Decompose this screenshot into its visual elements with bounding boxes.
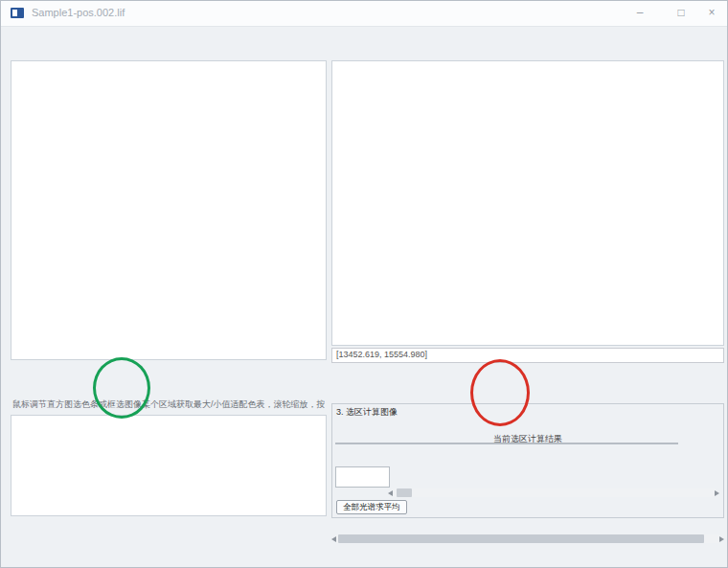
scroll-right-arrow[interactable] xyxy=(719,536,724,542)
scrollbar-track[interactable] xyxy=(336,534,719,543)
scrollbar-thumb[interactable] xyxy=(338,534,704,543)
maximize-button[interactable]: □ xyxy=(672,5,690,22)
cursor-coordinates: [13452.619, 15554.980] xyxy=(331,348,724,363)
scrollbar-track[interactable] xyxy=(393,488,715,497)
close-button[interactable]: × xyxy=(703,5,720,22)
title-bar: Sample1-pos.002.lif – □ × xyxy=(1,1,727,27)
section-label: 3. 选区计算图像 xyxy=(336,406,398,419)
table-scrollbar[interactable] xyxy=(388,488,719,498)
scroll-right-arrow[interactable] xyxy=(715,490,719,496)
histogram-panel xyxy=(11,415,327,516)
application-window: Sample1-pos.002.lif – □ × [13452.619, 15… xyxy=(0,0,728,568)
scrollbar-thumb[interactable] xyxy=(397,488,412,497)
toolbar-hint-text: 鼠标调节直方图选色条或框选图像某个区域获取最大/小值适配色表，滚轮缩放，按住右键… xyxy=(12,398,325,411)
minimize-button[interactable]: – xyxy=(631,5,648,22)
app-icon xyxy=(11,8,24,18)
decay-panel xyxy=(331,60,724,346)
heatmap-panel xyxy=(11,60,327,360)
average-all-spectra-button[interactable]: 全部光谱求平均 xyxy=(336,500,407,514)
bottom-scrollbar[interactable] xyxy=(331,534,724,544)
window-title: Sample1-pos.002.lif xyxy=(32,7,125,18)
result-table-empty-row xyxy=(335,466,390,488)
result-table xyxy=(335,443,678,444)
